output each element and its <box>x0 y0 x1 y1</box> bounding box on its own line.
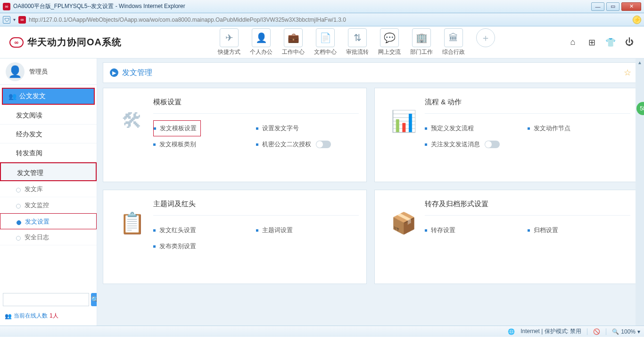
link-label: 发文红头设置 <box>159 226 196 234</box>
online-label: 当前在线人数 <box>14 312 48 320</box>
sub-log[interactable]: 安全日志 <box>0 229 97 245</box>
avatar-icon: 👤 <box>6 62 25 81</box>
topnav-document[interactable]: 📄文档中心 <box>312 28 339 56</box>
link-label: 发文动作节点 <box>534 124 570 133</box>
brand-text: 华天动力协同OA系统 <box>27 36 122 49</box>
apps-icon[interactable]: ⊞ <box>586 37 597 48</box>
bank-icon: 🏛 <box>444 28 463 47</box>
toggle-switch[interactable] <box>485 141 500 148</box>
link-label: 机密公文二次授权 <box>262 140 311 149</box>
link-label: 发文模板设置 <box>160 124 197 133</box>
topnav-department[interactable]: 🏢部门工作 <box>408 28 435 56</box>
topnav-add[interactable]: ＋ <box>472 28 499 56</box>
topnav-label: 工作中心 <box>280 48 306 56</box>
topnav-chat[interactable]: 💬网上交流 <box>376 28 403 56</box>
topnav-workcenter[interactable]: 💼工作中心 <box>280 28 306 56</box>
zoom-icon: 🔍 <box>612 328 619 335</box>
maximize-button[interactable]: ▭ <box>606 2 619 11</box>
topnav-label: 快捷方式 <box>216 48 242 56</box>
link-label: 发文模板类别 <box>159 140 196 149</box>
category-label: 公文发文 <box>19 92 46 100</box>
power-icon[interactable]: ⏻ <box>624 37 635 48</box>
page-title: 发文管理 <box>122 68 152 78</box>
nav-list: 发文阅读 经办发文 转发查阅 发文管理 发文库 发文监控 发文设置 安全日志 <box>0 106 97 245</box>
link-template-setting[interactable]: 发文模板设置 <box>153 120 201 136</box>
paper-plane-icon: ✈ <box>220 28 239 47</box>
card-template-settings: 🛠 模板设置 发文模板设置 发文模板类别 设置发文字号 机密公文二次授权 <box>103 88 367 182</box>
topnav-admin[interactable]: 🏛综合行政 <box>440 28 467 56</box>
favorite-star-icon[interactable]: ☆ <box>624 67 631 78</box>
status-mode: Internet | 保护模式: 禁用 <box>520 327 581 335</box>
window-titlebar: ∞ OA8000平台版_FPLMYSQL5--发文设置 - Windows In… <box>0 0 644 13</box>
topnav-personal[interactable]: 👤个人办公 <box>248 28 274 56</box>
security-shield-icon[interactable]: 🛡 <box>3 16 10 24</box>
zoom-dropdown-icon[interactable]: ▾ <box>637 328 640 335</box>
content-scrollbar[interactable]: ▲ <box>636 59 644 326</box>
link-follow-msg[interactable]: 关注发文发送消息 <box>425 136 528 152</box>
sub-settings[interactable]: 发文设置 <box>0 213 97 229</box>
list-gear-icon: 📋 <box>111 197 153 273</box>
minimize-button[interactable]: — <box>591 2 604 11</box>
home-icon[interactable]: ⌂ <box>568 37 578 48</box>
globe-icon: 🌐 <box>508 328 515 335</box>
shirt-icon[interactable]: 👕 <box>605 37 616 48</box>
link-subject[interactable]: 主题词设置 <box>256 222 359 238</box>
nav-read[interactable]: 发文阅读 <box>0 106 97 125</box>
online-count: 👥 当前在线人数 1人 <box>0 309 97 326</box>
person-plus-icon: 👥 <box>8 92 17 100</box>
search-input[interactable] <box>3 293 89 306</box>
link-label: 转存设置 <box>431 226 455 234</box>
link-template-category[interactable]: 发文模板类别 <box>153 136 256 152</box>
link-label: 发布类别设置 <box>159 242 196 251</box>
header-right: ⌂ ⊞ 👕 ⏻ <box>568 37 635 48</box>
topnav-label: 部门工作 <box>408 48 435 56</box>
search-button[interactable]: 🔍 <box>91 293 97 306</box>
link-action-node[interactable]: 发文动作节点 <box>528 120 630 136</box>
user-name: 管理员 <box>29 67 48 76</box>
link-doc-number[interactable]: 设置发文字号 <box>256 120 359 136</box>
topnav-label: 个人办公 <box>248 48 274 56</box>
link-predef-flow[interactable]: 预定义发文流程 <box>425 120 528 136</box>
link-redhead[interactable]: 发文红头设置 <box>153 222 256 238</box>
tools-icon: 🛠 <box>111 95 153 171</box>
zoom-value: 100% <box>621 328 636 335</box>
page-bullet-icon: ▶ <box>110 68 118 77</box>
flow-icon: ⇅ <box>348 28 367 47</box>
card-flow-action: 📊 流程 & 动作 预定义发文流程 关注发文发送消息 发文动作节点 <box>374 88 638 182</box>
link-transfer[interactable]: 转存设置 <box>425 222 528 238</box>
nav-handle[interactable]: 经办发文 <box>0 125 97 143</box>
link-publish-cat[interactable]: 发布类别设置 <box>153 238 256 254</box>
link-secret-auth[interactable]: 机密公文二次授权 <box>256 136 359 152</box>
close-button[interactable]: ✕ <box>621 2 641 11</box>
nav-manage[interactable]: 发文管理 <box>0 162 97 181</box>
zoom-control[interactable]: 🔍 100% ▾ <box>612 328 640 335</box>
briefcase-icon: 💼 <box>284 28 303 47</box>
document-icon: 📄 <box>316 28 335 47</box>
sidebar-category[interactable]: 👥 公文发文 <box>2 88 95 105</box>
shield-dropdown-icon[interactable]: ▾ <box>13 17 16 22</box>
status-protect-icon[interactable]: 🚫 <box>593 328 600 335</box>
card-subject-redhead: 📋 主题词及红头 发文红头设置 发布类别设置 主题词设置 <box>103 190 367 284</box>
toggle-switch[interactable] <box>316 141 331 148</box>
sub-library[interactable]: 发文库 <box>0 181 97 197</box>
sub-monitor[interactable]: 发文监控 <box>0 197 97 213</box>
topnav-shortcut[interactable]: ✈快捷方式 <box>216 28 242 56</box>
plus-icon: ＋ <box>476 28 495 47</box>
link-archive[interactable]: 归档设置 <box>528 222 630 238</box>
card-archive: 📦 转存及归档形式设置 转存设置 归档设置 <box>374 190 638 284</box>
topnav-label: 审批流转 <box>344 48 371 56</box>
person-icon: 👤 <box>252 28 271 47</box>
link-label: 归档设置 <box>534 226 558 234</box>
brand-logo-icon: ∞ <box>9 37 24 48</box>
topnav-label: 网上交流 <box>376 48 403 56</box>
accelerator-icon[interactable]: ⚡ <box>633 16 641 24</box>
people-icon: 👥 <box>5 313 12 319</box>
building-icon: 🏢 <box>412 28 431 47</box>
scroll-up-icon[interactable]: ▲ <box>636 59 644 67</box>
url-text[interactable]: http://127.0.0.1/OAapp/WebObjects/OAapp.… <box>29 17 630 23</box>
title-favicon: ∞ <box>3 3 10 10</box>
link-label: 主题词设置 <box>262 226 293 234</box>
page-header: ▶ 发文管理 ☆ <box>103 62 638 83</box>
topnav-approval[interactable]: ⇅审批流转 <box>344 28 371 56</box>
nav-forward[interactable]: 转发查阅 <box>0 143 97 162</box>
